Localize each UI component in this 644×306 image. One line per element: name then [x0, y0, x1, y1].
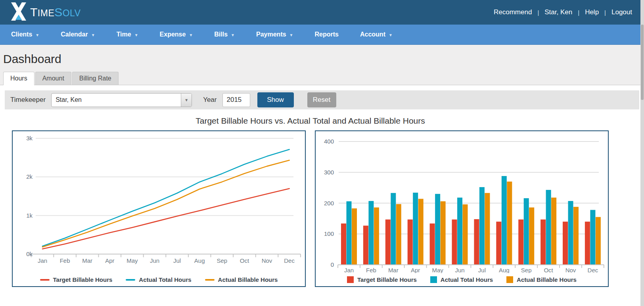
svg-text:Sep: Sep	[521, 267, 532, 273]
svg-text:Dec: Dec	[284, 257, 295, 264]
line-chart-panel: JanFebMarAprMayJunJulAugSepOctNovDec0k1k…	[12, 130, 306, 287]
svg-text:Jun: Jun	[455, 267, 464, 273]
legend-swatch-actual-billable-hours	[205, 279, 215, 281]
y-axis-labels: 0k1k2k3k	[26, 135, 33, 257]
year-label: Year	[203, 96, 217, 104]
legend-label: Target Billable Hours	[53, 276, 113, 283]
header-link-logout[interactable]: Logout	[611, 8, 632, 16]
brand-name: TIMESOLV	[30, 6, 81, 19]
x-axis: JanFebMarAprMayJunJulAugSepOctNovDec	[31, 254, 301, 264]
line-chart-legend: Target Billable HoursActual Total HoursA…	[13, 273, 305, 286]
svg-text:200: 200	[324, 200, 334, 207]
svg-text:Nov: Nov	[565, 267, 576, 273]
line-series-actual-billable-hours	[42, 160, 289, 247]
y-axis-labels: 0100200300400	[324, 138, 334, 268]
timekeeper-select[interactable]: Star, Ken ▼	[51, 93, 192, 107]
legend-item-actual-total-hours: Actual Total Hours	[126, 276, 191, 283]
svg-text:Jun: Jun	[150, 257, 159, 264]
header-link-recommend[interactable]: Recommend	[494, 8, 532, 16]
separator: |	[537, 9, 539, 16]
header-links: Recommend|Star, Ken|Help|Logout	[494, 8, 632, 16]
nav-item-payments[interactable]: Payments▼	[245, 25, 304, 44]
show-button[interactable]: Show	[257, 92, 294, 107]
header-link-star-ken[interactable]: Star, Ken	[544, 8, 572, 16]
tab-hours[interactable]: Hours	[3, 72, 34, 85]
legend-label: Actual Total Hours	[441, 276, 493, 283]
chevron-down-icon: ▼	[389, 33, 393, 37]
separator: |	[578, 9, 579, 16]
bars	[341, 176, 601, 265]
vertical-scrollbar[interactable]	[640, 0, 644, 306]
svg-text:Jan: Jan	[344, 267, 354, 273]
svg-text:Mar: Mar	[388, 267, 399, 273]
chevron-down-icon[interactable]: ▼	[181, 94, 192, 107]
hourglass-logo-icon	[10, 2, 27, 22]
svg-text:Apr: Apr	[105, 257, 114, 264]
legend-swatch-actual-total-hours	[430, 276, 437, 283]
top-header: TIMESOLV Recommend|Star, Ken|Help|Logout	[0, 0, 644, 25]
filter-bar: Timekeeper Star, Ken ▼ Year Show Reset	[5, 90, 639, 109]
nav-item-bills[interactable]: Bills▼	[203, 25, 245, 44]
svg-text:Jan: Jan	[38, 257, 47, 264]
tab-amount[interactable]: Amount	[35, 72, 71, 85]
svg-text:May: May	[432, 267, 443, 273]
legend-swatch-target-billable-hours	[40, 279, 50, 281]
reset-button[interactable]: Reset	[307, 92, 336, 107]
svg-text:Feb: Feb	[60, 257, 70, 264]
svg-text:May: May	[126, 257, 138, 264]
main-nav: Clients▼Calendar▼Time▼Expense▼Bills▼Paym…	[0, 25, 644, 45]
year-input[interactable]	[222, 93, 250, 107]
scrollbar-thumb[interactable]	[641, 25, 644, 100]
nav-item-time[interactable]: Time▼	[106, 25, 149, 44]
svg-text:Feb: Feb	[366, 267, 376, 273]
timekeeper-label: Timekeeper	[10, 96, 46, 104]
legend-label: Actual Total Hours	[139, 276, 191, 283]
nav-item-clients[interactable]: Clients▼	[11, 25, 50, 44]
tab-billing-rate[interactable]: Billing Rate	[72, 72, 119, 85]
nav-item-label: Reports	[315, 31, 339, 38]
legend-swatch-target-billable-hours	[347, 276, 354, 283]
legend-swatch-actual-total-hours	[126, 279, 135, 281]
svg-text:1k: 1k	[26, 212, 33, 219]
legend-label: Target Billable Hours	[357, 276, 417, 283]
bar-chart-legend: Target Billable HoursActual Total HoursA…	[316, 273, 608, 286]
tab-row: HoursAmountBilling Rate	[3, 72, 644, 85]
svg-text:3k: 3k	[26, 135, 33, 142]
brand-logo[interactable]: TIMESOLV	[10, 2, 81, 22]
chevron-down-icon: ▼	[35, 33, 39, 37]
nav-item-label: Account	[360, 31, 385, 38]
svg-text:Mar: Mar	[82, 257, 92, 264]
header-link-help[interactable]: Help	[585, 8, 599, 16]
svg-text:300: 300	[324, 169, 334, 176]
chevron-down-icon: ▼	[289, 33, 293, 37]
tab-content-panel: Timekeeper Star, Ken ▼ Year Show Reset T…	[0, 85, 644, 306]
legend-item-actual-total-hours: Actual Total Hours	[430, 276, 493, 283]
legend-swatch-actual-billable-hours	[506, 276, 513, 283]
svg-text:Sep: Sep	[217, 257, 227, 264]
page-title: Dashboard	[3, 52, 644, 66]
nav-item-calendar[interactable]: Calendar▼	[50, 25, 105, 44]
svg-text:Apr: Apr	[411, 267, 420, 273]
chevron-down-icon: ▼	[134, 33, 138, 37]
chevron-down-icon: ▼	[231, 33, 235, 37]
nav-item-label: Calendar	[61, 31, 88, 38]
nav-item-reports[interactable]: Reports	[304, 25, 349, 44]
svg-text:Aug: Aug	[499, 267, 510, 273]
x-axis: JanFebMarAprMayJunJulAugSepOctNovDec	[338, 265, 604, 273]
chart-title: Target Billable Hours vs. Actual Total a…	[12, 116, 609, 126]
charts-row: JanFebMarAprMayJunJulAugSepOctNovDec0k1k…	[12, 130, 609, 287]
svg-text:2k: 2k	[26, 173, 33, 180]
svg-text:Jul: Jul	[173, 257, 181, 264]
svg-text:Aug: Aug	[194, 257, 205, 264]
legend-item-actual-billable-hours: Actual Billable Hours	[506, 276, 577, 283]
legend-label: Actual Billable Hours	[218, 276, 278, 283]
legend-item-target-billable-hours: Target Billable Hours	[40, 276, 113, 283]
svg-text:Oct: Oct	[544, 267, 553, 273]
nav-item-account[interactable]: Account▼	[349, 25, 403, 44]
legend-item-target-billable-hours: Target Billable Hours	[347, 276, 417, 283]
nav-item-label: Bills	[214, 31, 228, 38]
legend-label: Actual Billable Hours	[517, 276, 577, 283]
gridlines	[36, 138, 293, 216]
nav-item-expense[interactable]: Expense▼	[149, 25, 204, 44]
svg-text:0: 0	[331, 261, 334, 268]
